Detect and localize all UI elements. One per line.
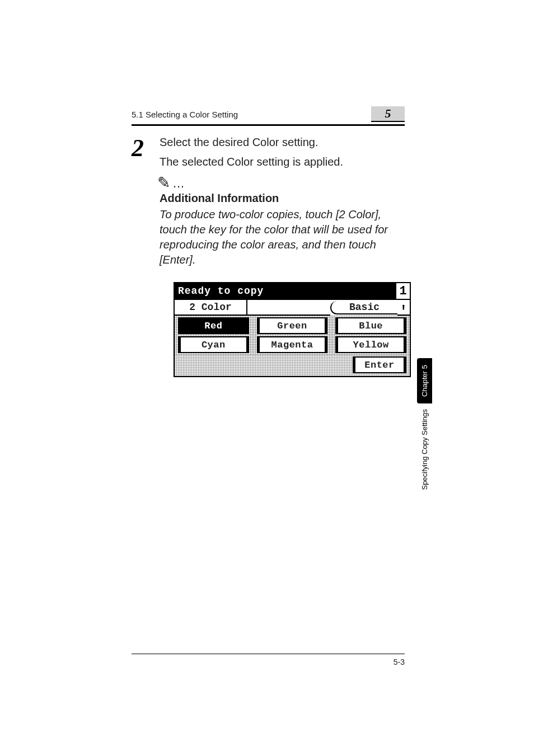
note-block: ✎ … Additional Information To produce tw… [160, 175, 411, 267]
color-button-cyan[interactable]: Cyan [178, 336, 249, 353]
color-button-yellow[interactable]: Yellow [335, 336, 406, 353]
scroll-up-icon[interactable]: ⬆ [397, 300, 410, 316]
color-button-magenta[interactable]: Magenta [257, 336, 328, 353]
note-body: To produce two-color copies, touch [2 Co… [160, 207, 411, 267]
note-ellipsis: … [172, 177, 185, 190]
lcd-copy-count: 1 [395, 283, 410, 299]
color-button-blue[interactable]: Blue [335, 317, 406, 334]
step-result: The selected Color setting is applied. [160, 156, 411, 168]
chapter-number-box: 5 [371, 106, 405, 122]
footer-divider [132, 654, 405, 654]
color-grid: Red Green Blue Cyan Magenta Yellow [175, 316, 410, 355]
section-title: 5.1 Selecting a Color Setting [132, 110, 238, 119]
note-heading: Additional Information [160, 192, 411, 205]
side-chapter-tab: Chapter 5 [417, 358, 432, 403]
tab-basic[interactable]: Basic [330, 301, 397, 314]
pencil-icon: ✎ [157, 175, 170, 191]
page-number: 5-3 [132, 658, 405, 666]
side-section-label: Specifying Copy Settings [417, 409, 432, 498]
tab-spacer [247, 300, 330, 316]
step-number: 2 [132, 136, 160, 377]
lcd-panel: Ready to copy 1 2 Color Basic ⬆ Red Gree… [174, 282, 411, 377]
tab-2-color[interactable]: 2 Color [175, 300, 247, 316]
step-instruction: Select the desired Color setting. [160, 136, 411, 149]
color-button-red[interactable]: Red [178, 317, 249, 334]
color-button-green[interactable]: Green [257, 317, 328, 334]
header-divider [132, 124, 405, 126]
lcd-status: Ready to copy [175, 283, 395, 299]
enter-button[interactable]: Enter [353, 356, 406, 373]
